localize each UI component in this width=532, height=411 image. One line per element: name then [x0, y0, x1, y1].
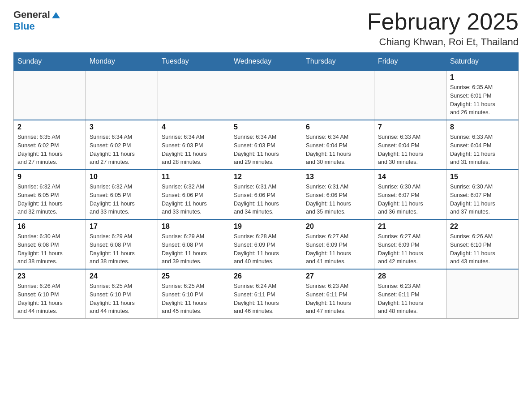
calendar-week-row: 1Sunrise: 6:35 AMSunset: 6:01 PMDaylight… [14, 70, 519, 120]
day-number: 20 [306, 223, 370, 231]
day-info: Sunrise: 6:33 AMSunset: 6:04 PMDaylight:… [450, 133, 515, 167]
table-row: 16Sunrise: 6:30 AMSunset: 6:08 PMDayligh… [14, 219, 86, 269]
table-row: 7Sunrise: 6:33 AMSunset: 6:04 PMDaylight… [374, 120, 446, 170]
day-number: 5 [234, 123, 298, 131]
table-row: 18Sunrise: 6:29 AMSunset: 6:08 PMDayligh… [158, 219, 230, 269]
day-number: 27 [306, 272, 370, 280]
table-row: 4Sunrise: 6:34 AMSunset: 6:03 PMDaylight… [158, 120, 230, 170]
table-row [86, 70, 158, 120]
calendar-week-row: 2Sunrise: 6:35 AMSunset: 6:02 PMDaylight… [14, 120, 519, 170]
day-number: 6 [306, 123, 370, 131]
day-info: Sunrise: 6:30 AMSunset: 6:07 PMDaylight:… [378, 183, 442, 216]
day-number: 14 [378, 173, 442, 181]
day-info: Sunrise: 6:26 AMSunset: 6:10 PMDaylight:… [17, 282, 82, 316]
calendar-week-row: 16Sunrise: 6:30 AMSunset: 6:08 PMDayligh… [14, 219, 519, 269]
column-header-saturday: Saturday [446, 53, 519, 71]
day-number: 15 [450, 173, 515, 181]
page-title: February 2025 [367, 9, 519, 34]
day-info: Sunrise: 6:34 AMSunset: 6:03 PMDaylight:… [162, 133, 226, 167]
day-info: Sunrise: 6:35 AMSunset: 6:02 PMDaylight:… [17, 133, 82, 167]
table-row: 23Sunrise: 6:26 AMSunset: 6:10 PMDayligh… [14, 269, 86, 319]
calendar-week-row: 23Sunrise: 6:26 AMSunset: 6:10 PMDayligh… [14, 269, 519, 319]
logo: General Blue [13, 9, 61, 32]
day-number: 10 [90, 173, 154, 181]
day-info: Sunrise: 6:34 AMSunset: 6:02 PMDaylight:… [90, 133, 154, 167]
table-row: 17Sunrise: 6:29 AMSunset: 6:08 PMDayligh… [86, 219, 158, 269]
day-info: Sunrise: 6:32 AMSunset: 6:05 PMDaylight:… [17, 183, 82, 216]
day-number: 25 [162, 272, 226, 280]
day-info: Sunrise: 6:23 AMSunset: 6:11 PMDaylight:… [306, 282, 370, 316]
day-number: 26 [234, 272, 298, 280]
day-number: 3 [90, 123, 154, 131]
day-number: 28 [378, 272, 442, 280]
column-header-wednesday: Wednesday [230, 53, 302, 71]
day-info: Sunrise: 6:31 AMSunset: 6:06 PMDaylight:… [234, 183, 298, 216]
table-row: 2Sunrise: 6:35 AMSunset: 6:02 PMDaylight… [14, 120, 86, 170]
table-row: 28Sunrise: 6:23 AMSunset: 6:11 PMDayligh… [374, 269, 446, 319]
column-header-thursday: Thursday [302, 53, 374, 71]
day-info: Sunrise: 6:35 AMSunset: 6:01 PMDaylight:… [450, 83, 515, 117]
day-number: 17 [90, 223, 154, 231]
day-info: Sunrise: 6:27 AMSunset: 6:09 PMDaylight:… [306, 232, 370, 266]
day-info: Sunrise: 6:26 AMSunset: 6:10 PMDaylight:… [450, 232, 515, 266]
day-number: 24 [90, 272, 154, 280]
table-row: 3Sunrise: 6:34 AMSunset: 6:02 PMDaylight… [86, 120, 158, 170]
day-number: 18 [162, 223, 226, 231]
day-info: Sunrise: 6:32 AMSunset: 6:06 PMDaylight:… [162, 183, 226, 216]
column-header-monday: Monday [86, 53, 158, 71]
day-info: Sunrise: 6:32 AMSunset: 6:05 PMDaylight:… [90, 183, 154, 216]
calendar-table: SundayMondayTuesdayWednesdayThursdayFrid… [13, 52, 519, 319]
day-info: Sunrise: 6:27 AMSunset: 6:09 PMDaylight:… [378, 232, 442, 266]
table-row: 12Sunrise: 6:31 AMSunset: 6:06 PMDayligh… [230, 170, 302, 219]
day-number: 19 [234, 223, 298, 231]
day-info: Sunrise: 6:34 AMSunset: 6:04 PMDaylight:… [306, 133, 370, 167]
table-row: 13Sunrise: 6:31 AMSunset: 6:06 PMDayligh… [302, 170, 374, 219]
calendar-header-row: SundayMondayTuesdayWednesdayThursdayFrid… [14, 53, 519, 71]
day-number: 23 [17, 272, 82, 280]
title-block: February 2025 Chiang Khwan, Roi Et, Thai… [367, 9, 519, 48]
table-row [14, 70, 86, 120]
table-row: 24Sunrise: 6:25 AMSunset: 6:10 PMDayligh… [86, 269, 158, 319]
day-info: Sunrise: 6:34 AMSunset: 6:03 PMDaylight:… [234, 133, 298, 167]
table-row: 5Sunrise: 6:34 AMSunset: 6:03 PMDaylight… [230, 120, 302, 170]
page-subtitle: Chiang Khwan, Roi Et, Thailand [367, 36, 519, 48]
table-row: 27Sunrise: 6:23 AMSunset: 6:11 PMDayligh… [302, 269, 374, 319]
day-number: 22 [450, 223, 515, 231]
day-info: Sunrise: 6:30 AMSunset: 6:07 PMDaylight:… [450, 183, 515, 216]
table-row: 1Sunrise: 6:35 AMSunset: 6:01 PMDaylight… [446, 70, 519, 120]
day-number: 7 [378, 123, 442, 131]
day-info: Sunrise: 6:25 AMSunset: 6:10 PMDaylight:… [162, 282, 226, 316]
column-header-sunday: Sunday [14, 53, 86, 71]
table-row [374, 70, 446, 120]
day-number: 2 [17, 123, 82, 131]
table-row: 19Sunrise: 6:28 AMSunset: 6:09 PMDayligh… [230, 219, 302, 269]
day-number: 13 [306, 173, 370, 181]
day-info: Sunrise: 6:29 AMSunset: 6:08 PMDaylight:… [162, 232, 226, 266]
table-row: 20Sunrise: 6:27 AMSunset: 6:09 PMDayligh… [302, 219, 374, 269]
day-info: Sunrise: 6:24 AMSunset: 6:11 PMDaylight:… [234, 282, 298, 316]
table-row: 26Sunrise: 6:24 AMSunset: 6:11 PMDayligh… [230, 269, 302, 319]
table-row [302, 70, 374, 120]
logo-blue-text: Blue [13, 21, 35, 32]
table-row: 8Sunrise: 6:33 AMSunset: 6:04 PMDaylight… [446, 120, 519, 170]
table-row [230, 70, 302, 120]
table-row: 15Sunrise: 6:30 AMSunset: 6:07 PMDayligh… [446, 170, 519, 219]
page-header: General Blue February 2025 Chiang Khwan,… [13, 9, 519, 48]
table-row: 25Sunrise: 6:25 AMSunset: 6:10 PMDayligh… [158, 269, 230, 319]
day-info: Sunrise: 6:30 AMSunset: 6:08 PMDaylight:… [17, 232, 82, 266]
day-number: 11 [162, 173, 226, 181]
svg-marker-0 [52, 12, 60, 18]
day-number: 21 [378, 223, 442, 231]
day-number: 9 [17, 173, 82, 181]
calendar-week-row: 9Sunrise: 6:32 AMSunset: 6:05 PMDaylight… [14, 170, 519, 219]
column-header-friday: Friday [374, 53, 446, 71]
day-number: 12 [234, 173, 298, 181]
table-row: 6Sunrise: 6:34 AMSunset: 6:04 PMDaylight… [302, 120, 374, 170]
table-row: 9Sunrise: 6:32 AMSunset: 6:05 PMDaylight… [14, 170, 86, 219]
table-row: 22Sunrise: 6:26 AMSunset: 6:10 PMDayligh… [446, 219, 519, 269]
day-info: Sunrise: 6:28 AMSunset: 6:09 PMDaylight:… [234, 232, 298, 266]
day-info: Sunrise: 6:29 AMSunset: 6:08 PMDaylight:… [90, 232, 154, 266]
logo-general-text: General [13, 9, 50, 21]
day-info: Sunrise: 6:31 AMSunset: 6:06 PMDaylight:… [306, 183, 370, 216]
table-row: 11Sunrise: 6:32 AMSunset: 6:06 PMDayligh… [158, 170, 230, 219]
